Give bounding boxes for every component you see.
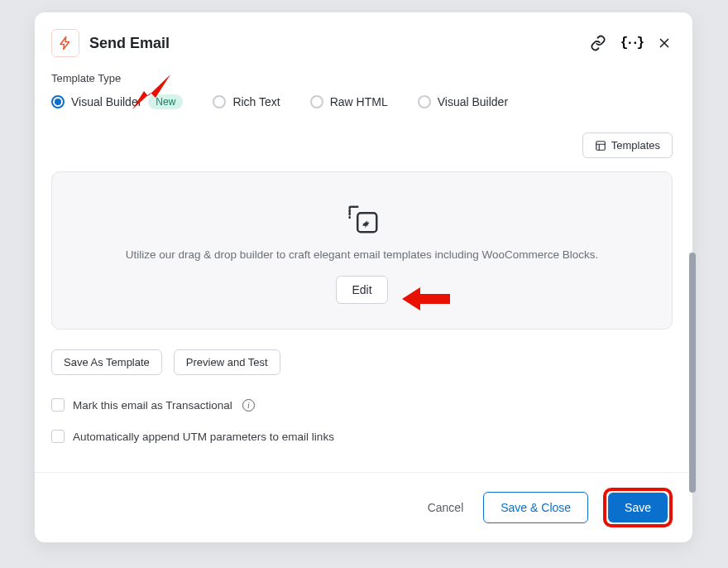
lightning-icon xyxy=(51,29,79,57)
radio-input[interactable] xyxy=(51,95,65,108)
radio-input[interactable] xyxy=(418,95,431,108)
close-icon[interactable] xyxy=(656,35,673,51)
save-close-button[interactable]: Save & Close xyxy=(483,492,588,523)
radio-input[interactable] xyxy=(213,95,226,108)
radio-visual-builder-new[interactable]: Visual Builder New xyxy=(51,94,183,109)
radio-label: Rich Text xyxy=(232,95,280,108)
templates-label: Templates xyxy=(611,139,660,152)
builder-panel: Utilize our drag & drop builder to craft… xyxy=(51,171,673,330)
modal-footer: Cancel Save & Close Save xyxy=(35,472,692,542)
preview-test-button[interactable]: Preview and Test xyxy=(174,349,280,375)
radio-rich-text[interactable]: Rich Text xyxy=(213,95,280,108)
utm-label: Automatically append UTM parameters to e… xyxy=(73,431,334,443)
svg-rect-0 xyxy=(596,141,606,150)
send-email-modal: Send Email {··} Template Type Visual Bui… xyxy=(35,12,692,542)
header-left: Send Email xyxy=(51,29,170,57)
page-title: Send Email xyxy=(89,35,170,52)
new-badge: New xyxy=(148,94,183,109)
templates-button[interactable]: Templates xyxy=(582,132,673,158)
header-actions: {··} xyxy=(590,35,673,51)
templates-row: Templates xyxy=(51,132,673,158)
save-button[interactable]: Save xyxy=(608,493,668,522)
template-actions: Save As Template Preview and Test xyxy=(51,349,673,375)
scrollbar[interactable] xyxy=(689,253,696,493)
transactional-label: Mark this email as Transactional xyxy=(73,399,232,412)
transactional-checkbox[interactable] xyxy=(51,398,65,412)
radio-label: Raw HTML xyxy=(330,95,388,108)
link-icon[interactable] xyxy=(590,35,606,51)
code-braces-icon[interactable]: {··} xyxy=(623,35,639,51)
radio-label: Visual Builder xyxy=(438,95,508,108)
builder-description: Utilize our drag & drop builder to craft… xyxy=(77,248,647,261)
builder-drag-icon xyxy=(343,200,381,238)
template-type-radios: Visual Builder New Rich Text Raw HTML Vi… xyxy=(51,94,673,109)
radio-label: Visual Builder xyxy=(71,95,141,108)
template-type-label: Template Type xyxy=(51,72,673,84)
radio-input[interactable] xyxy=(310,95,323,108)
save-highlight-annotation: Save xyxy=(603,488,673,527)
utm-checkbox[interactable] xyxy=(51,430,65,443)
modal-body: Send Email {··} Template Type Visual Bui… xyxy=(35,12,692,472)
info-icon[interactable]: i xyxy=(242,399,255,412)
radio-raw-html[interactable]: Raw HTML xyxy=(310,95,388,108)
radio-visual-builder[interactable]: Visual Builder xyxy=(418,95,508,108)
modal-header: Send Email {··} xyxy=(51,29,673,57)
edit-button[interactable]: Edit xyxy=(336,276,387,304)
transactional-option: Mark this email as Transactional i xyxy=(51,398,673,412)
save-as-template-button[interactable]: Save As Template xyxy=(51,349,162,375)
templates-icon xyxy=(595,140,606,152)
utm-option: Automatically append UTM parameters to e… xyxy=(51,430,673,443)
cancel-button[interactable]: Cancel xyxy=(423,494,469,521)
